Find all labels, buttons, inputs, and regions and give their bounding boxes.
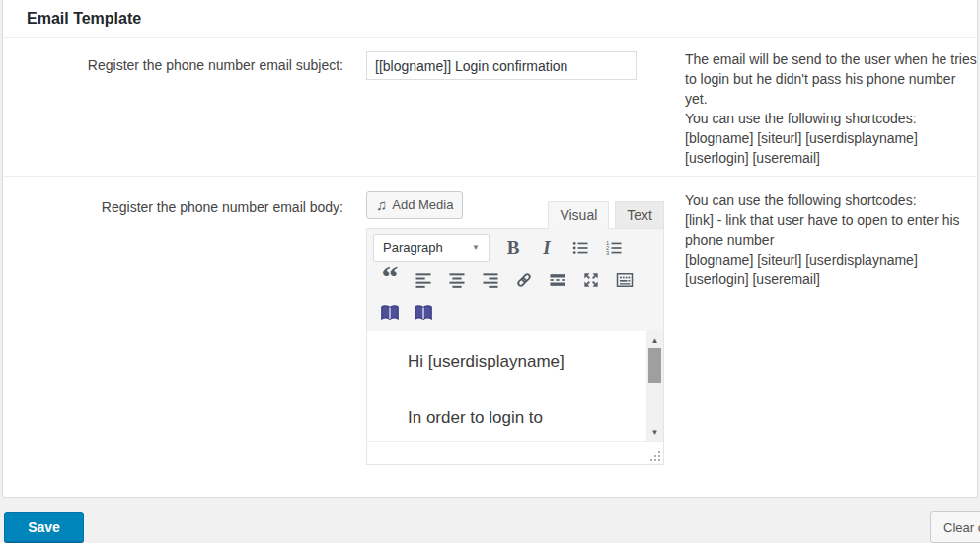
body-help: You can use the following shortcodes: [l… — [685, 191, 980, 289]
align-left-button[interactable] — [407, 267, 440, 294]
book-icon — [413, 303, 434, 323]
blockquote-icon: “ — [382, 272, 399, 288]
help-line: [link] - link that user have to open to … — [685, 210, 980, 250]
bullet-list-button[interactable] — [564, 234, 597, 262]
bullet-list-icon — [570, 238, 590, 258]
book-icon — [379, 303, 401, 323]
page-title: Email Template — [3, 0, 977, 38]
scroll-down-icon[interactable]: ▼ — [646, 425, 663, 440]
help-line: [blogname] [siteurl] [userdisplayname] [… — [685, 250, 980, 289]
editor-content-area[interactable]: Hi [userdisplayname] In order to login t… — [367, 331, 663, 441]
scroll-up-icon[interactable]: ▲ — [646, 332, 663, 348]
fullscreen-icon — [581, 271, 601, 290]
more-tag-icon — [548, 271, 567, 290]
italic-button[interactable]: I — [530, 234, 564, 262]
help-line: [blogname] [siteurl] [userdisplayname] [… — [685, 128, 980, 168]
toolbar-toggle-button[interactable] — [608, 267, 641, 294]
scrollbar-thumb[interactable] — [648, 348, 661, 383]
tab-text[interactable]: Text — [615, 201, 664, 229]
align-right-icon — [481, 271, 500, 290]
subject-label: Register the phone number email subject: — [28, 56, 343, 75]
chevron-down-icon: ▼ — [472, 243, 480, 252]
add-media-button[interactable]: ♫ Add Media — [366, 191, 463, 219]
align-center-button[interactable] — [440, 267, 474, 294]
clear-button[interactable]: Clear c — [930, 511, 980, 543]
more-tag-button[interactable] — [541, 267, 574, 294]
bold-button[interactable]: B — [496, 234, 530, 262]
body-label: Register the phone number email body: — [28, 198, 343, 217]
wp-editor: ♫ Add Media Visual Text Paragraph ▼ — [366, 189, 664, 465]
toolbar-toggle-icon — [615, 271, 635, 290]
editor-paragraph: Hi [userdisplayname] — [408, 351, 634, 374]
subject-input[interactable] — [366, 51, 637, 80]
editor-scrollbar[interactable]: ▲ ▼ — [646, 331, 663, 441]
help-line: You can use the following shortcodes: — [685, 191, 980, 210]
format-dropdown-value: Paragraph — [383, 240, 443, 255]
numbered-list-icon: 1 2 3 — [604, 238, 624, 258]
editor-tools: ♫ Add Media Visual Text — [366, 189, 664, 228]
align-left-icon — [414, 271, 433, 290]
book-button-1[interactable] — [373, 299, 407, 327]
add-media-label: Add Media — [392, 197, 453, 212]
help-line: You can use the following shortcodes: — [685, 109, 980, 128]
subject-help: The email will be send to the user when … — [685, 49, 980, 168]
editor-statusbar — [367, 441, 663, 464]
numbered-list-button[interactable]: 1 2 3 — [597, 234, 631, 262]
tab-visual[interactable]: Visual — [548, 201, 609, 229]
toolbar-row-1: Paragraph ▼ B I — [373, 231, 661, 264]
italic-icon: I — [543, 237, 550, 259]
settings-panel: Email Template Register the phone number… — [2, 0, 978, 498]
subject-row: Register the phone number email subject:… — [3, 37, 977, 177]
link-button[interactable] — [507, 267, 541, 294]
blockquote-button[interactable]: “ — [373, 267, 407, 294]
help-line: The email will be send to the user when … — [685, 49, 980, 109]
fullscreen-button[interactable] — [574, 267, 608, 294]
link-icon — [514, 271, 534, 290]
svg-text:3: 3 — [606, 250, 609, 256]
align-right-button[interactable] — [474, 267, 507, 294]
toolbar-row-3 — [373, 296, 661, 329]
body-row: Register the phone number email body: ♫ … — [3, 178, 977, 494]
editor-resize-handle[interactable] — [649, 450, 661, 462]
save-button[interactable]: Save — [4, 512, 84, 542]
align-center-icon — [447, 271, 467, 290]
bold-icon: B — [507, 237, 520, 259]
editor-toolbar: Paragraph ▼ B I — [367, 229, 663, 331]
editor-paragraph: In order to login to — [408, 407, 634, 429]
editor-container: Paragraph ▼ B I — [366, 228, 664, 465]
toolbar-row-2: “ — [373, 264, 661, 296]
format-dropdown[interactable]: Paragraph ▼ — [373, 234, 490, 262]
media-icon: ♫ — [376, 197, 387, 212]
editor-tabs: Visual Text — [548, 201, 664, 229]
editor-content[interactable]: Hi [userdisplayname] In order to login t… — [367, 331, 663, 429]
book-button-2[interactable] — [407, 299, 440, 327]
